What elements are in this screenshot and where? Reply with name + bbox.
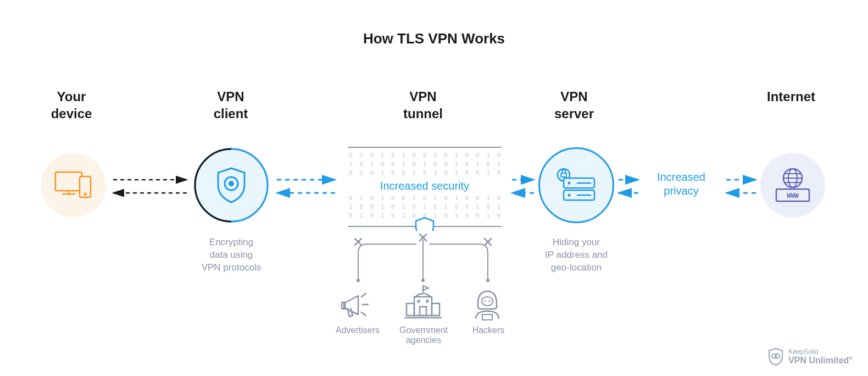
svg-rect-3 [80, 176, 91, 197]
arrows-device-client [110, 173, 191, 200]
arrows-server-privacy-left [616, 173, 642, 200]
threat-government-label: Government agencies [393, 325, 454, 345]
arrows-client-tunnel [274, 173, 340, 200]
threat-advertisers-label: Advertisers [329, 325, 387, 335]
label-vpn-client: VPN client [198, 88, 264, 122]
client-caption: Encrypting data using VPN protocols [192, 236, 270, 274]
svg-point-60 [482, 297, 493, 306]
label-internet: Internet [758, 88, 824, 105]
device-node [41, 153, 106, 218]
svg-rect-55 [432, 303, 439, 316]
megaphone-icon [340, 289, 376, 322]
svg-rect-0 [55, 172, 82, 191]
brand-shield-icon [767, 347, 784, 366]
device-icon [54, 170, 93, 201]
internet-node: WWW [760, 153, 825, 218]
label-vpn-tunnel: VPN tunnel [385, 88, 461, 122]
threat-connectors [330, 231, 516, 291]
arrows-tunnel-server-left [510, 173, 537, 200]
svg-text:0 1 0 1 0 0 1 0 1 0 1 0 0 1 0 : 0 1 0 1 0 0 1 0 1 0 1 0 0 1 0 1 0 1 0 [349, 195, 507, 202]
brand-line2: VPN Unlimited® [788, 356, 853, 366]
svg-point-49 [421, 279, 425, 282]
svg-text:0 1 0 1 0 0 1 0 1 0 1 0 0 1 0 : 0 1 0 1 0 0 1 0 1 0 1 0 0 1 0 1 0 1 0 [349, 169, 507, 176]
svg-point-50 [486, 279, 489, 282]
server-caption: Hiding your IP address and geo-location [537, 236, 615, 274]
brand-line1: KeepSolid [788, 348, 853, 356]
svg-rect-63 [482, 314, 492, 320]
brand-badge: KeepSolid VPN Unlimited® [767, 347, 853, 366]
server-icon [555, 168, 598, 202]
svg-point-19 [568, 182, 571, 185]
svg-text:1 0 0 1 0 1 0 1 0 1 0 0 1 0 1 : 1 0 0 1 0 1 0 1 0 1 0 0 1 0 1 0 1 0 1 [349, 203, 507, 211]
svg-point-58 [426, 300, 429, 302]
svg-point-61 [485, 301, 486, 302]
globe-www-icon: WWW [773, 166, 813, 204]
vpn-client-node [193, 147, 269, 223]
svg-point-62 [489, 301, 491, 302]
svg-text:1 0 1 0 0 1 0 1 0 0 1 0 1 0 1 : 1 0 1 0 0 1 0 1 0 0 1 0 1 0 1 0 0 1 0 [349, 161, 507, 168]
privacy-label: Increased privacy [637, 170, 725, 198]
svg-rect-56 [420, 307, 426, 316]
svg-point-57 [418, 300, 420, 302]
svg-point-48 [357, 279, 360, 282]
vpn-server-node [538, 147, 614, 223]
label-your-device: Your device [33, 88, 110, 122]
label-vpn-server: VPN server [538, 88, 610, 122]
svg-rect-54 [407, 303, 414, 316]
svg-text:WWW: WWW [787, 192, 799, 200]
diagram-title: How TLS VPN Works [0, 30, 868, 47]
svg-text:0 1 0 1 0 1 0 0 1 0 1 0 0 1 0 : 0 1 0 1 0 1 0 0 1 0 1 0 0 1 0 0 1 0 1 [349, 152, 507, 159]
tunnel-label: Increased security [342, 180, 507, 192]
arrows-privacy-internet [724, 173, 759, 200]
hacker-icon [471, 287, 503, 321]
svg-point-22 [568, 194, 571, 197]
vpn-client-ring [193, 147, 269, 223]
government-building-icon [403, 284, 443, 322]
threat-hackers-label: Hackers [464, 325, 513, 335]
